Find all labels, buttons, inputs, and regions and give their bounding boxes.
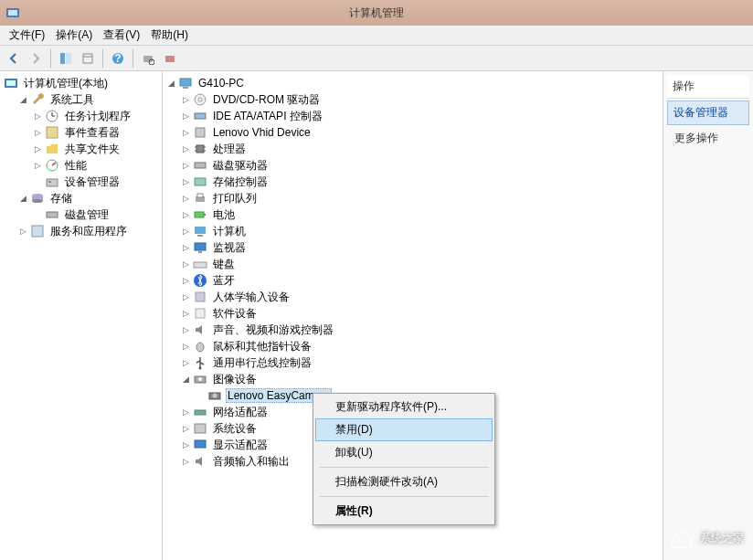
expand-icon[interactable]: ▷ <box>181 424 191 434</box>
device-monitors[interactable]: ▷监视器 <box>164 239 661 256</box>
expand-icon[interactable]: ▷ <box>181 194 191 204</box>
expand-icon[interactable]: ▷ <box>181 259 191 269</box>
hid-icon <box>193 290 207 304</box>
tree-storage[interactable]: ◢存储 <box>2 190 160 206</box>
device-dvd[interactable]: ▷DVD/CD-ROM 驱动器 <box>164 91 661 108</box>
device-bluetooth[interactable]: ▷蓝牙 <box>164 272 661 289</box>
performance-icon <box>45 158 59 173</box>
tree-device-manager[interactable]: 设备管理器 <box>2 174 160 190</box>
forward-button[interactable] <box>26 48 46 69</box>
svg-rect-19 <box>48 181 51 183</box>
expand-icon[interactable]: ▷ <box>181 128 191 138</box>
storage-controller-icon <box>193 174 207 189</box>
device-keyboards[interactable]: ▷键盘 <box>164 256 661 272</box>
expand-icon[interactable]: ▷ <box>181 95 191 105</box>
svg-rect-30 <box>196 128 205 137</box>
expand-icon[interactable]: ▷ <box>181 309 191 319</box>
back-button[interactable] <box>4 48 24 69</box>
clock-icon <box>45 109 59 123</box>
menu-view[interactable]: 查看(V) <box>98 26 145 45</box>
device-lenovo-vhid[interactable]: ▷Lenovo Vhid Device <box>164 124 661 141</box>
actions-more[interactable]: 更多操作 <box>667 125 749 152</box>
actions-device-manager[interactable]: 设备管理器 <box>667 100 749 125</box>
toolbar: ? <box>0 46 753 71</box>
svg-rect-56 <box>195 410 206 415</box>
menu-help[interactable]: 帮助(H) <box>145 26 194 45</box>
device-print-queues[interactable]: ▷打印队列 <box>164 190 661 206</box>
scan-hardware-toolbar-button[interactable] <box>138 48 158 69</box>
expand-icon[interactable]: ▷ <box>18 227 28 237</box>
expand-icon[interactable]: ▷ <box>181 161 191 171</box>
expand-icon[interactable]: ▷ <box>181 342 191 352</box>
expand-icon[interactable]: ▷ <box>181 292 191 302</box>
svg-point-51 <box>199 367 202 370</box>
context-disable[interactable]: 禁用(D) <box>315 418 493 441</box>
svg-point-55 <box>213 394 217 398</box>
expand-icon[interactable]: ▷ <box>181 227 191 237</box>
svg-point-28 <box>198 98 202 101</box>
expand-icon[interactable]: ▷ <box>181 111 191 122</box>
expand-icon[interactable]: ▷ <box>181 407 191 417</box>
expand-icon[interactable]: ▷ <box>181 144 191 154</box>
expand-icon[interactable]: ▷ <box>181 243 191 253</box>
device-batteries[interactable]: ▷电池 <box>164 206 661 223</box>
menu-action[interactable]: 操作(A) <box>50 26 98 45</box>
device-disk-drives[interactable]: ▷磁盘驱动器 <box>164 157 661 174</box>
battery-icon <box>193 207 207 222</box>
expand-icon[interactable]: ▷ <box>181 276 191 286</box>
expand-icon[interactable]: ▷ <box>181 177 191 187</box>
device-root[interactable]: ◢G410-PC <box>164 75 661 91</box>
context-properties[interactable]: 属性(R) <box>315 500 493 523</box>
tree-services-apps[interactable]: ▷服务和应用程序 <box>2 223 160 239</box>
tree-event-viewer[interactable]: ▷事件查看器 <box>2 124 160 141</box>
svg-rect-23 <box>47 212 58 217</box>
tree-disk-management[interactable]: 磁盘管理 <box>2 206 160 223</box>
device-imaging[interactable]: ◢图像设备 <box>164 371 661 387</box>
expand-icon[interactable]: ▷ <box>181 457 191 467</box>
tree-performance[interactable]: ▷性能 <box>2 157 160 174</box>
properties-toolbar-button[interactable] <box>78 48 98 69</box>
menu-file[interactable]: 文件(F) <box>4 26 50 45</box>
device-sound[interactable]: ▷声音、视频和游戏控制器 <box>164 322 661 338</box>
expand-icon[interactable]: ▷ <box>181 358 191 368</box>
context-uninstall[interactable]: 卸载(U) <box>315 441 493 464</box>
expand-icon[interactable]: ▷ <box>33 144 43 154</box>
refresh-toolbar-button[interactable] <box>160 48 180 69</box>
device-storage-controllers[interactable]: ▷存储控制器 <box>164 174 661 190</box>
context-scan-hardware[interactable]: 扫描检测硬件改动(A) <box>315 470 493 493</box>
collapse-icon[interactable]: ◢ <box>166 79 176 89</box>
tree-root-computer-management[interactable]: 计算机管理(本地) <box>2 75 160 91</box>
device-hid[interactable]: ▷人体学输入设备 <box>164 289 661 305</box>
svg-rect-37 <box>195 178 206 185</box>
device-computer[interactable]: ▷计算机 <box>164 223 661 239</box>
device-processors[interactable]: ▷处理器 <box>164 141 661 157</box>
tree-system-tools[interactable]: ◢系统工具 <box>2 91 160 108</box>
expand-icon[interactable]: ▷ <box>33 111 43 122</box>
mouse-icon <box>193 339 207 354</box>
expand-icon[interactable]: ▷ <box>181 325 191 335</box>
bluetooth-icon <box>193 273 207 288</box>
device-mice[interactable]: ▷鼠标和其他指针设备 <box>164 338 661 354</box>
show-hide-tree-button[interactable] <box>56 48 76 69</box>
ide-icon <box>193 109 207 123</box>
spacer <box>33 210 43 220</box>
tree-shared-folders[interactable]: ▷共享文件夹 <box>2 141 160 157</box>
display-adapter-icon <box>193 438 207 452</box>
device-software-devices[interactable]: ▷软件设备 <box>164 305 661 322</box>
expand-icon[interactable]: ▷ <box>33 161 43 171</box>
device-ide[interactable]: ▷IDE ATA/ATAPI 控制器 <box>164 108 661 124</box>
expand-icon[interactable]: ▷ <box>181 210 191 220</box>
expand-icon[interactable]: ▷ <box>33 128 43 138</box>
services-icon <box>30 224 45 238</box>
help-button[interactable]: ? <box>108 48 128 69</box>
expand-icon[interactable]: ▷ <box>181 440 191 450</box>
context-update-driver[interactable]: 更新驱动程序软件(P)... <box>315 396 493 418</box>
toolbar-separator <box>50 49 51 68</box>
tree-task-scheduler[interactable]: ▷任务计划程序 <box>2 108 160 124</box>
collapse-icon[interactable]: ◢ <box>18 95 28 105</box>
svg-rect-42 <box>195 227 206 234</box>
toolbar-separator <box>102 49 103 68</box>
device-usb[interactable]: ▷通用串行总线控制器 <box>164 354 661 371</box>
collapse-icon[interactable]: ◢ <box>18 194 28 204</box>
collapse-icon[interactable]: ◢ <box>181 375 191 385</box>
